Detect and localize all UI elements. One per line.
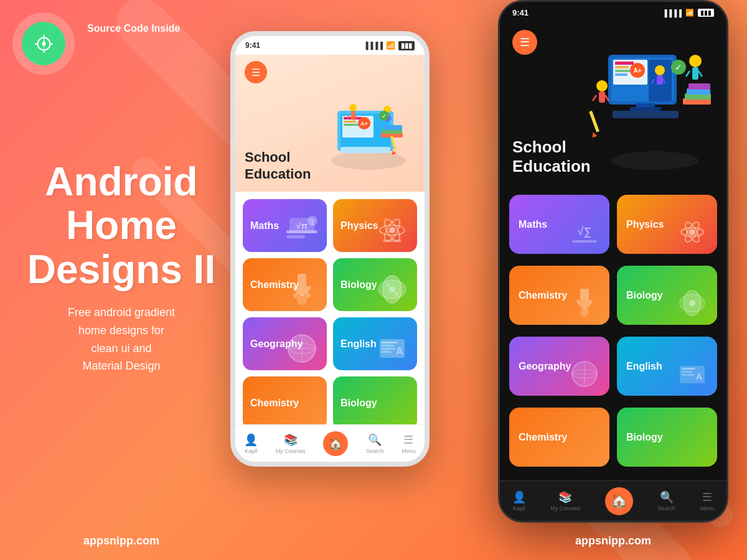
svg-point-105 <box>580 308 589 317</box>
course-img-english-light: A <box>370 327 414 370</box>
illustration-dark: A+ <box>586 24 723 173</box>
course-card-biology-light[interactable]: Biology <box>333 258 417 311</box>
svg-text:√∑: √∑ <box>578 225 592 238</box>
svg-point-48 <box>306 293 311 298</box>
status-time-light: 9:41 <box>245 41 260 50</box>
dark-nav-courses[interactable]: 📚 My Courses <box>550 490 580 511</box>
svg-marker-97 <box>591 131 597 138</box>
menu-button-light[interactable]: ☰ <box>245 61 267 83</box>
svg-text:A: A <box>396 346 403 357</box>
phone-light-mockup: 9:41 ▐▐▐▐ 📶 ▮▮▮ ☰ <box>230 31 430 467</box>
nav-menu-light[interactable]: ☰ Menu <box>402 433 416 454</box>
main-title: AndroidHomeDesigns II <box>27 160 215 291</box>
course-card-physics-dark[interactable]: Physics <box>617 195 717 254</box>
svg-point-2 <box>42 42 45 45</box>
profile-icon-light: 👤 <box>244 433 258 447</box>
svg-point-53 <box>395 292 398 296</box>
svg-rect-21 <box>341 147 390 153</box>
svg-rect-62 <box>382 351 391 353</box>
course-label-chemistry-light: Chemistry <box>250 279 299 291</box>
dark-profile-icon: 👤 <box>512 490 526 504</box>
source-code-label: Source Code Inside <box>87 22 180 35</box>
course-card-chemistry-light[interactable]: Chemistry <box>243 258 327 311</box>
dark-menu-icon: ☰ <box>702 490 712 504</box>
course-grid-light: Maths √π ∑ Physics <box>235 192 425 424</box>
course-img-chemistry-dark <box>563 281 606 325</box>
dark-home-btn: 🏠 <box>605 487 633 515</box>
svg-rect-114 <box>682 368 695 370</box>
svg-point-75 <box>655 65 665 75</box>
dark-nav-menu[interactable]: ☰ Menu <box>700 490 715 511</box>
svg-rect-70 <box>615 70 632 72</box>
nav-kapil-light[interactable]: 👤 Kapil <box>244 433 258 454</box>
dark-nav-home[interactable]: 🏠 <box>605 487 633 515</box>
svg-rect-71 <box>615 73 627 76</box>
menu-icon-light: ☰ <box>403 433 413 447</box>
svg-point-64 <box>611 151 698 170</box>
svg-text:✓: ✓ <box>675 62 682 72</box>
nav-home-light[interactable]: 🏠 <box>323 431 348 456</box>
course-card-biology-dark[interactable]: Biology <box>617 266 717 325</box>
course-label-biology-light: Biology <box>341 279 377 291</box>
dark-nav-kapil-label: Kapil <box>513 505 525 511</box>
course-img-physics-dark <box>670 210 714 254</box>
dark-nav-kapil[interactable]: 👤 Kapil <box>512 490 526 511</box>
svg-rect-14 <box>344 121 356 123</box>
course-label-biology-dark: Biology <box>626 290 663 301</box>
course-card-chemistry2-dark[interactable]: Chemistry <box>509 408 609 467</box>
status-bar-dark: 9:41 ▐▐▐▐ 📶 ▮▮▮ <box>500 2 726 24</box>
svg-rect-35 <box>286 235 305 238</box>
menu-button-dark[interactable]: ☰ <box>512 30 537 55</box>
svg-point-103 <box>689 229 695 235</box>
svg-rect-60 <box>382 345 394 347</box>
dark-courses-icon: 📚 <box>558 490 572 504</box>
course-card-maths-light[interactable]: Maths √π ∑ <box>243 199 327 252</box>
svg-rect-61 <box>382 348 395 350</box>
course-card-physics-light[interactable]: Physics <box>333 199 417 252</box>
search-icon-light: 🔍 <box>368 433 382 447</box>
nav-courses-light[interactable]: 📚 My Courses <box>276 433 306 454</box>
course-card-biology2-light[interactable]: Biology <box>333 376 417 424</box>
svg-rect-15 <box>344 124 359 126</box>
phone-dark-mockup: 9:41 ▐▐▐▐ 📶 ▮▮▮ ☰ <box>498 0 728 523</box>
svg-point-51 <box>389 286 395 292</box>
android-logo <box>12 12 75 75</box>
svg-rect-23 <box>351 111 355 120</box>
dark-nav-search[interactable]: 🔍 Search <box>658 490 676 511</box>
course-label-geography-light: Geography <box>250 338 303 350</box>
nav-search-light[interactable]: 🔍 Search <box>366 433 384 454</box>
svg-rect-81 <box>613 111 679 118</box>
hamburger-icon-light: ☰ <box>251 67 260 78</box>
svg-rect-99 <box>572 240 597 243</box>
course-card-maths-dark[interactable]: Maths √∑ <box>509 195 609 254</box>
battery-icon-dark: ▮▮▮ <box>698 9 714 17</box>
course-label-maths-dark: Maths <box>519 219 547 230</box>
course-card-english-light[interactable]: English A <box>333 317 417 370</box>
status-icons-dark: ▐▐▐▐ 📶 ▮▮▮ <box>662 9 714 17</box>
svg-rect-44 <box>383 240 402 242</box>
svg-point-46 <box>297 295 307 305</box>
course-label-chemistry2-dark: Chemistry <box>519 432 567 443</box>
sub-description: Free android gradienthome designs forcle… <box>68 304 175 375</box>
course-card-geography-dark[interactable]: Geography <box>509 337 609 396</box>
dark-home-icon: 🏠 <box>611 493 627 509</box>
course-card-geography-light[interactable]: Geography <box>243 317 327 370</box>
courses-icon-light: 📚 <box>284 433 298 447</box>
course-label-biology2-dark: Biology <box>626 432 663 443</box>
school-title-light: School Education <box>245 149 311 182</box>
course-label-physics-light: Physics <box>341 220 378 231</box>
left-panel: Source Code Inside AndroidHomeDesigns II… <box>0 0 243 560</box>
course-img-geography-dark <box>563 352 606 396</box>
svg-rect-116 <box>682 374 694 376</box>
svg-rect-87 <box>692 67 698 80</box>
dark-nav-search-label: Search <box>658 505 676 511</box>
course-card-biology2-dark[interactable]: Biology <box>617 408 717 467</box>
course-img-english-dark: A <box>670 352 714 396</box>
course-card-english-dark[interactable]: English A <box>617 337 717 396</box>
course-card-chemistry2-light[interactable]: Chemistry <box>243 376 327 424</box>
course-img-maths-dark: √∑ <box>563 210 606 254</box>
course-img-biology-dark <box>670 281 714 325</box>
wifi-icon-dark: 📶 <box>685 9 694 17</box>
phone-header-light: ☰ A+ <box>235 55 425 192</box>
course-card-chemistry-dark[interactable]: Chemistry <box>509 266 609 325</box>
